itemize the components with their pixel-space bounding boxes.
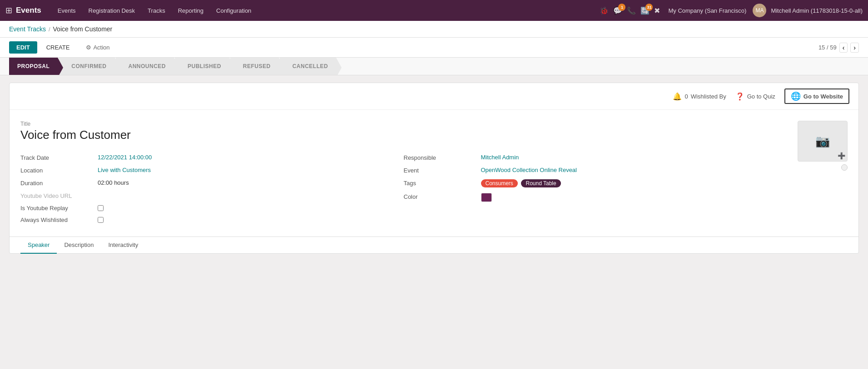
field-name-youtube-url: Youtube Video URL	[20, 192, 98, 199]
breadcrumb-parent[interactable]: Event Tracks	[9, 25, 46, 33]
field-value-duration: 02:00 hours	[98, 179, 129, 186]
right-fields: Responsible Mitchell Admin Event OpenWoo…	[404, 151, 787, 226]
create-button[interactable]: CREATE	[41, 41, 75, 54]
field-value-event[interactable]: OpenWood Collection Online Reveal	[481, 167, 577, 173]
pagination-count: 15 / 59	[818, 44, 837, 51]
tools-icon[interactable]: ✖	[654, 6, 660, 15]
pipeline-step-cancelled[interactable]: CANCELLED	[280, 58, 337, 75]
pagination: 15 / 59 ‹ ›	[818, 43, 859, 53]
pipeline-step-announced[interactable]: ANNOUNCED	[116, 58, 174, 75]
card-actions: 🔔 0 Wishlisted By ❓ Go to Quiz 🌐 Go to W…	[10, 83, 858, 110]
nav-reporting[interactable]: Reporting	[173, 5, 209, 16]
record-title: Voice from Customer	[20, 128, 787, 142]
tag-round-table[interactable]: Round Table	[521, 179, 560, 187]
tab-speaker[interactable]: Speaker	[20, 237, 57, 254]
field-name-responsible: Responsible	[404, 154, 481, 161]
pagination-prev[interactable]: ‹	[839, 43, 848, 53]
checkbox-always-wishlisted[interactable]	[98, 217, 104, 223]
pipeline-step-proposal[interactable]: PROPOSAL	[9, 58, 58, 75]
field-always-wishlisted: Always Wishlisted	[20, 214, 404, 226]
field-name-duration: Duration	[20, 179, 98, 187]
user-name: Mitchell Admin (11783018-15-0-all)	[771, 7, 863, 14]
website-label: Go to Website	[804, 93, 843, 100]
edit-button[interactable]: EDIT	[9, 41, 37, 54]
bell-icon: 🔔	[673, 92, 682, 101]
company-name: My Company (San Francisco)	[668, 7, 746, 14]
tabs-bar: Speaker Description Interactivity	[10, 236, 858, 253]
pipeline: PROPOSAL CONFIRMED ANNOUNCED PUBLISHED R…	[0, 58, 868, 75]
pipeline-step-published[interactable]: PUBLISHED	[175, 58, 229, 75]
action-bar: EDIT CREATE ⚙ Action 15 / 59 ‹ ›	[0, 38, 868, 58]
app-title[interactable]: Events	[16, 6, 41, 15]
checkbox-is-youtube-replay[interactable]	[98, 205, 104, 211]
wishlisted-by[interactable]: 🔔 0 Wishlisted By	[673, 92, 726, 101]
breadcrumb-separator: /	[49, 26, 50, 33]
nav-tracks[interactable]: Tracks	[142, 5, 171, 16]
refresh-icon[interactable]: 🔄 31	[640, 6, 650, 15]
tag-consumers[interactable]: Consumers	[481, 179, 518, 187]
image-toggle[interactable]	[841, 164, 848, 171]
action-label: Action	[93, 44, 109, 51]
main-content: 🔔 0 Wishlisted By ❓ Go to Quiz 🌐 Go to W…	[0, 75, 868, 266]
breadcrumb-current: Voice from Customer	[53, 25, 113, 33]
field-name-location: Location	[20, 167, 98, 174]
field-value-location[interactable]: Live with Customers	[98, 167, 151, 173]
field-location: Location Live with Customers	[20, 164, 404, 177]
wishlisted-count: 0	[684, 93, 688, 100]
add-image-icon: ➕	[838, 152, 845, 159]
field-value-tags[interactable]: Consumers Round Table	[481, 179, 563, 187]
chat-icon[interactable]: 💬 1	[613, 6, 622, 15]
field-value-color[interactable]	[481, 193, 492, 202]
pagination-next[interactable]: ›	[850, 43, 859, 53]
top-nav: ⊞ Events Events Registration Desk Tracks…	[0, 0, 868, 21]
field-track-date: Track Date 12/22/2021 14:00:00	[20, 151, 404, 164]
field-responsible: Responsible Mitchell Admin	[404, 151, 787, 164]
quiz-label: Go to Quiz	[747, 93, 775, 100]
form-main: Title Voice from Customer Track Date 12/…	[20, 121, 787, 226]
form-area: Title Voice from Customer Track Date 12/…	[10, 110, 858, 236]
image-placeholder[interactable]: 📷 ➕	[798, 121, 848, 162]
field-tags: Tags Consumers Round Table	[404, 177, 787, 190]
nav-right: 🐞 💬 1 📞 🔄 31 ✖ My Company (San Francisco…	[600, 4, 863, 17]
wishlisted-label: Wishlisted By	[691, 93, 726, 100]
field-youtube-url: Youtube Video URL	[20, 189, 404, 202]
field-name-tags: Tags	[404, 179, 481, 187]
phone-icon[interactable]: 📞	[627, 6, 636, 15]
field-name-event: Event	[404, 167, 481, 174]
nav-configuration[interactable]: Configuration	[211, 5, 257, 16]
breadcrumb: Event Tracks / Voice from Customer	[0, 21, 868, 38]
field-name-track-date: Track Date	[20, 154, 98, 161]
field-color: Color	[404, 190, 787, 205]
refresh-badge: 31	[645, 4, 653, 11]
field-value-responsible[interactable]: Mitchell Admin	[481, 154, 519, 161]
fields-grid: Track Date 12/22/2021 14:00:00 Location …	[20, 151, 787, 226]
tab-description[interactable]: Description	[57, 237, 101, 254]
quiz-icon: ❓	[735, 92, 744, 101]
field-name-always-wishlisted: Always Wishlisted	[20, 216, 98, 223]
nav-links: Events Registration Desk Tracks Reportin…	[52, 5, 600, 16]
camera-icon: 📷	[815, 134, 830, 148]
bug-icon[interactable]: 🐞	[600, 6, 609, 15]
nav-events[interactable]: Events	[52, 5, 81, 16]
field-duration: Duration 02:00 hours	[20, 177, 404, 189]
field-value-track-date[interactable]: 12/22/2021 14:00:00	[98, 154, 152, 161]
gear-icon: ⚙	[86, 44, 91, 51]
nav-registration-desk[interactable]: Registration Desk	[83, 5, 141, 16]
field-name-color: Color	[404, 193, 481, 200]
go-to-website-button[interactable]: 🌐 Go to Website	[784, 89, 849, 104]
field-is-youtube-replay: Is Youtube Replay	[20, 202, 404, 214]
tab-interactivity[interactable]: Interactivity	[101, 237, 145, 254]
globe-icon: 🌐	[791, 91, 801, 101]
field-name-is-youtube-replay: Is Youtube Replay	[20, 204, 98, 212]
form-image-area: 📷 ➕	[798, 121, 848, 226]
field-event: Event OpenWood Collection Online Reveal	[404, 164, 787, 177]
title-label: Title	[20, 121, 787, 127]
app-grid-icon[interactable]: ⊞	[5, 5, 12, 15]
pipeline-step-refused[interactable]: REFUSED	[230, 58, 279, 75]
pipeline-step-confirmed[interactable]: CONFIRMED	[59, 58, 114, 75]
content-card: 🔔 0 Wishlisted By ❓ Go to Quiz 🌐 Go to W…	[9, 83, 859, 254]
action-menu[interactable]: ⚙ Action	[86, 44, 109, 51]
chat-badge: 1	[618, 4, 625, 11]
go-to-quiz[interactable]: ❓ Go to Quiz	[735, 92, 775, 101]
user-avatar[interactable]: MA	[753, 4, 766, 17]
